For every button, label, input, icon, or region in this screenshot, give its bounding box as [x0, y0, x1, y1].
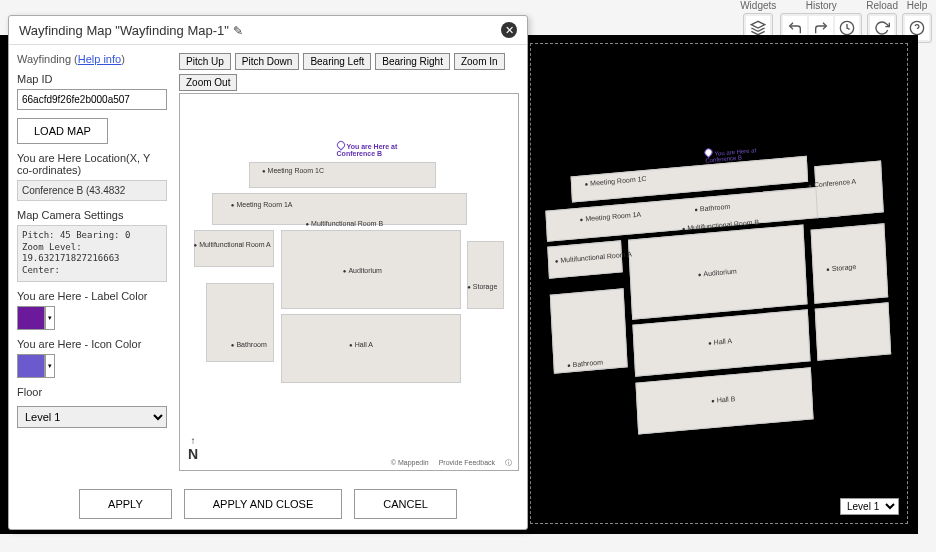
close-button[interactable]: ✕ [501, 22, 517, 38]
history-label: History [806, 0, 837, 11]
zoom-in-button[interactable]: Zoom In [454, 53, 505, 70]
pitch-up-button[interactable]: Pitch Up [179, 53, 231, 70]
preview-panel: Pitch Up Pitch Down Bearing Left Bearing… [171, 45, 527, 479]
room-label: Multifunctional Room B [305, 220, 383, 227]
icon-color-label: You are Here - Icon Color [17, 338, 167, 350]
map-credit: © Mappedin [391, 459, 429, 466]
apply-button[interactable]: APPLY [79, 489, 172, 519]
svg-marker-0 [752, 21, 765, 28]
map-id-label: Map ID [17, 73, 167, 85]
floor-label: Floor [17, 386, 167, 398]
dialog-header: Wayfinding Map "Wayfinding Map-1"✎ ✕ [9, 16, 527, 45]
map-large[interactable]: Meeting Room 1C Meeting Room 1A Conferen… [544, 149, 895, 442]
you-here-preview: You are Here at Conference B [337, 141, 398, 157]
dialog-footer: APPLY APPLY AND CLOSE CANCEL [9, 479, 527, 529]
bearing-left-button[interactable]: Bearing Left [303, 53, 371, 70]
layers-icon [750, 20, 766, 36]
help-icon [909, 20, 925, 36]
room-label: Auditorium [343, 267, 382, 274]
cancel-button[interactable]: CANCEL [354, 489, 457, 519]
preview-footer: © Mappedin Provide Feedback ⓘ [383, 458, 512, 468]
feedback-link[interactable]: Provide Feedback [439, 459, 495, 466]
camera-settings-value: Pitch: 45 Bearing: 0 Zoom Level: 19.6321… [17, 225, 167, 282]
level-select-canvas[interactable]: Level 1 [840, 498, 899, 515]
widget-bounds[interactable]: Meeting Room 1C Meeting Room 1A Conferen… [530, 43, 908, 524]
redo-icon [813, 20, 829, 36]
room-label: Multifunctional Room A [194, 241, 271, 248]
room-label: Meeting Room 1C [262, 167, 324, 174]
zoom-out-button[interactable]: Zoom Out [179, 74, 237, 91]
bearing-right-button[interactable]: Bearing Right [375, 53, 450, 70]
undo-icon [787, 20, 803, 36]
help-label: Help [907, 0, 928, 11]
you-here-location-label: You are Here Location(X, Y co-ordinates) [17, 152, 167, 176]
you-here-location-value: Conference B (43.4832 [17, 180, 167, 201]
pin-icon [335, 139, 346, 150]
label-color-swatch[interactable] [17, 306, 45, 330]
wayfinding-dialog: Wayfinding Map "Wayfinding Map-1"✎ ✕ Way… [8, 15, 528, 530]
apply-close-button[interactable]: APPLY AND CLOSE [184, 489, 342, 519]
label-color-dropdown[interactable]: ▾ [45, 306, 55, 330]
settings-panel: Wayfinding (Help info) Map ID LOAD MAP Y… [9, 45, 171, 479]
reload-label: Reload [866, 0, 898, 11]
dialog-title: Wayfinding Map "Wayfinding Map-1"✎ [19, 23, 243, 38]
icon-color-dropdown[interactable]: ▾ [45, 354, 55, 378]
widgets-label: Widgets [740, 0, 776, 11]
clock-icon [839, 20, 855, 36]
pitch-down-button[interactable]: Pitch Down [235, 53, 300, 70]
edit-title-icon[interactable]: ✎ [233, 24, 243, 38]
room-label: Hall A [349, 341, 373, 348]
reload-icon [874, 20, 890, 36]
map-id-input[interactable] [17, 89, 167, 110]
load-map-button[interactable]: LOAD MAP [17, 118, 108, 144]
floor-select[interactable]: Level 1 [17, 406, 167, 428]
icon-color-swatch[interactable] [17, 354, 45, 378]
section-title: Wayfinding (Help info) [17, 53, 167, 65]
room-label: Meeting Room 1A [231, 201, 293, 208]
label-color-label: You are Here - Label Color [17, 290, 167, 302]
camera-settings-label: Map Camera Settings [17, 209, 167, 221]
room-label: Storage [467, 283, 497, 290]
map-controls: Pitch Up Pitch Down Bearing Left Bearing… [179, 53, 519, 91]
help-link[interactable]: Help info [78, 53, 121, 65]
compass-icon: N [188, 435, 198, 462]
info-icon[interactable]: ⓘ [505, 459, 512, 466]
map-preview[interactable]: Meeting Room 1C Meeting Room 1A Multifun… [179, 93, 519, 471]
room-label: Bathroom [231, 341, 267, 348]
